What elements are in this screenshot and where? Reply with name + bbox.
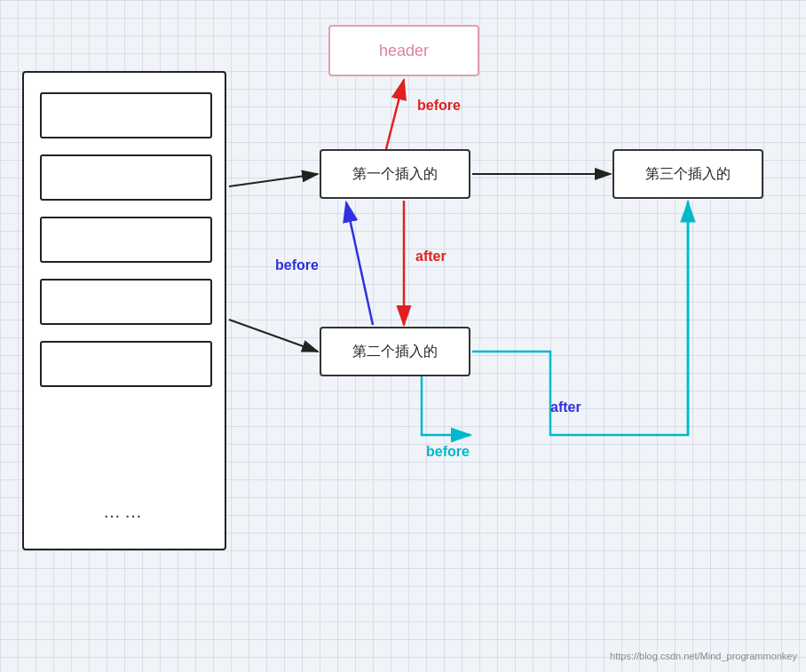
list-item-5 — [40, 341, 212, 387]
node-header: header — [328, 25, 479, 76]
list-item-3 — [40, 217, 212, 263]
label-before-blue: before — [275, 257, 319, 273]
node-first: 第一个插入的 — [320, 149, 470, 199]
diagram-container: …… header 第一个插入的 第二个插入的 第三个插入的 — [0, 0, 806, 672]
label-after-blue: after — [550, 399, 581, 415]
label-before-cyan: before — [426, 444, 470, 460]
list-ellipsis: …… — [24, 502, 225, 522]
svg-line-5 — [229, 174, 318, 186]
svg-line-8 — [386, 80, 404, 149]
svg-line-10 — [346, 202, 373, 325]
node-second: 第二个插入的 — [320, 327, 470, 376]
svg-line-6 — [229, 320, 318, 352]
watermark: https://blog.csdn.net/Mind_programmonkey — [610, 651, 797, 661]
list-item-2 — [40, 154, 212, 201]
list-box: …… — [22, 71, 226, 550]
node-third: 第三个插入的 — [612, 149, 763, 199]
list-item-4 — [40, 279, 212, 325]
label-before-red: before — [417, 98, 461, 114]
list-item-1 — [40, 92, 212, 138]
label-after-red: after — [415, 249, 446, 265]
